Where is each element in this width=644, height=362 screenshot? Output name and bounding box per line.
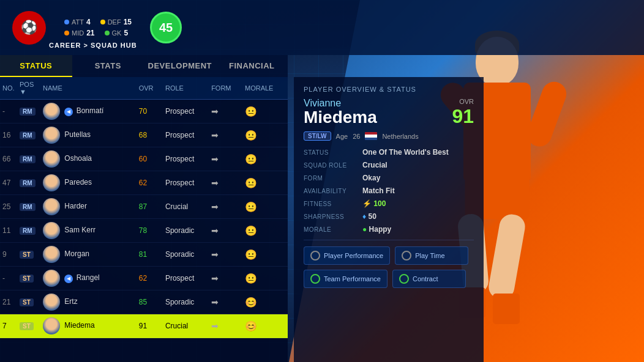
row-name: ◀ Rangel bbox=[40, 267, 130, 290]
contract-icon bbox=[399, 274, 409, 284]
gk-label: GK bbox=[112, 29, 122, 37]
row-badge-extra bbox=[130, 243, 137, 267]
row-no: 16 bbox=[0, 124, 17, 147]
row-role: Crucial bbox=[163, 314, 209, 338]
row-no: 21 bbox=[0, 290, 17, 314]
row-morale: 😐 bbox=[242, 171, 288, 195]
tab-status[interactable]: STATUS bbox=[0, 55, 72, 77]
col-form: Form bbox=[209, 77, 242, 100]
form-arrow-icon: ➡ bbox=[211, 178, 219, 188]
row-form: ➡ bbox=[209, 267, 242, 290]
ovr-value: 70 bbox=[139, 107, 147, 116]
breadcrumb-page: SQUAD HUB bbox=[91, 42, 137, 49]
tab-development[interactable]: DEVELOPMENT bbox=[144, 55, 216, 77]
player-last-name: Miedema bbox=[304, 109, 377, 126]
row-no: 7 bbox=[0, 314, 17, 338]
row-role: Prospect bbox=[163, 267, 209, 290]
ovr-big-value: 91 bbox=[452, 105, 474, 128]
row-no: 25 bbox=[0, 195, 17, 219]
nationality: Netherlands bbox=[382, 133, 418, 140]
position-badge: RM bbox=[20, 203, 36, 211]
morale-icon: ● bbox=[362, 225, 367, 234]
row-role: Sporadic bbox=[163, 219, 209, 243]
overview-panel: PLAYER OVERVIEW & STATUS Vivianne Miedem… bbox=[294, 77, 484, 362]
row-badge-extra bbox=[130, 100, 137, 124]
position-pill: ST/LW bbox=[304, 131, 331, 141]
morale-emoji: 😐 bbox=[245, 178, 257, 188]
player-performance-icon bbox=[310, 251, 320, 260]
sharpness-row: SHARPNESS ♦ 50 bbox=[304, 212, 474, 221]
row-name: Harder bbox=[40, 195, 130, 219]
play-time-button[interactable]: Play Time bbox=[395, 246, 468, 265]
row-ovr: 91 bbox=[137, 314, 163, 338]
club-badge: ⚽ bbox=[12, 11, 46, 45]
row-ovr: 62 bbox=[137, 267, 163, 290]
squad-role-key: SQUAD ROLE bbox=[304, 162, 358, 169]
table-row[interactable]: 47 RM Paredes 62 Prospect ➡ 😐 bbox=[0, 171, 288, 195]
row-ovr: 85 bbox=[137, 290, 163, 314]
ovr-value: 87 bbox=[139, 202, 147, 211]
form-key: FORM bbox=[304, 175, 358, 182]
table-row[interactable]: 11 RM Sam Kerr 78 Sporadic ➡ 😐 bbox=[0, 219, 288, 243]
squad-role-row: SQUAD ROLE Crucial bbox=[304, 161, 474, 169]
col-morale: Morale bbox=[242, 77, 288, 100]
morale-val: ● Happy bbox=[362, 225, 391, 234]
col-ovr: OVR bbox=[137, 77, 163, 100]
table-row[interactable]: 25 RM Harder 87 Crucial ➡ 😐 bbox=[0, 195, 288, 219]
fitness-key: FITNESS bbox=[304, 201, 358, 207]
form-arrow-icon: ➡ bbox=[211, 249, 219, 259]
row-badge-extra bbox=[130, 267, 137, 290]
table-header-row: No. Pos ▼ Name OVR Role Form Morale bbox=[0, 77, 288, 100]
lightning-icon: ⚡ bbox=[362, 199, 372, 208]
team-stats: ATT 4 DEF 15 MID 21 GK 5 bbox=[64, 18, 132, 37]
row-no: 11 bbox=[0, 219, 17, 243]
overview-title: PLAYER OVERVIEW & STATUS bbox=[304, 86, 474, 93]
age-value: 26 bbox=[353, 133, 360, 140]
morale-emoji: 😊 bbox=[245, 297, 257, 308]
table-row[interactable]: 21 ST Ertz 85 Sporadic ➡ 😊 bbox=[0, 290, 288, 314]
player-avatar bbox=[43, 294, 60, 311]
player-name: Morgan bbox=[64, 249, 89, 258]
table-row[interactable]: - ST ◀ Rangel 62 Prospect ➡ 😐 bbox=[0, 267, 288, 290]
player-meta: ST/LW Age 26 Netherlands bbox=[304, 131, 474, 141]
player-name: Putellas bbox=[64, 130, 91, 139]
row-pos: RM bbox=[17, 124, 40, 147]
age-label: Age bbox=[336, 133, 348, 140]
table-row[interactable]: 66 RM Oshoala 60 Prospect ➡ 😐 bbox=[0, 147, 288, 171]
sharpness-val: ♦ 50 bbox=[362, 212, 376, 221]
player-performance-button[interactable]: Player Performance bbox=[304, 246, 390, 265]
squad-table: No. Pos ▼ Name OVR Role Form Morale - RM… bbox=[0, 77, 288, 338]
table-row[interactable]: - RM ◀ Bonmatí 70 Prospect ➡ 😐 bbox=[0, 100, 288, 124]
action-buttons: Player Performance Play Time Team Perfor… bbox=[304, 246, 474, 288]
morale-emoji: 😐 bbox=[245, 226, 257, 236]
row-badge-extra bbox=[130, 147, 137, 171]
row-name: Paredes bbox=[40, 171, 130, 195]
tab-stats[interactable]: STATS bbox=[72, 55, 144, 77]
table-row[interactable]: 9 ST Morgan 81 Sporadic ➡ 😐 bbox=[0, 243, 288, 267]
table-row[interactable]: 7 ST Miedema 91 Crucial ➡ 😊 bbox=[0, 314, 288, 338]
contract-button[interactable]: Contract bbox=[392, 270, 466, 288]
row-morale: 😐 bbox=[242, 100, 288, 124]
team-performance-button[interactable]: Team Performance bbox=[304, 270, 388, 288]
col-role: Role bbox=[163, 77, 209, 100]
col-badge bbox=[130, 77, 137, 100]
row-morale: 😐 bbox=[242, 147, 288, 171]
form-arrow-icon: ➡ bbox=[211, 273, 219, 283]
morale-emoji: 😐 bbox=[245, 202, 257, 212]
table-row[interactable]: 16 RM Putellas 68 Prospect ➡ 😐 bbox=[0, 124, 288, 147]
ovr-value: 62 bbox=[139, 274, 147, 283]
tab-financial[interactable]: FINANCIAL bbox=[216, 55, 288, 77]
row-pos: ST bbox=[17, 267, 40, 290]
player-avatar bbox=[43, 198, 60, 215]
col-pos[interactable]: Pos ▼ bbox=[17, 77, 40, 100]
ovr-value: 78 bbox=[139, 226, 147, 235]
row-ovr: 62 bbox=[137, 171, 163, 195]
form-arrow-icon: ➡ bbox=[211, 226, 219, 235]
position-badge: ST bbox=[20, 298, 34, 306]
row-name: Sam Kerr bbox=[40, 219, 130, 243]
player-avatar bbox=[43, 222, 60, 239]
att-value: 4 bbox=[86, 18, 91, 26]
player-avatar bbox=[43, 103, 60, 120]
row-ovr: 68 bbox=[137, 124, 163, 147]
player-avatar bbox=[43, 270, 60, 287]
